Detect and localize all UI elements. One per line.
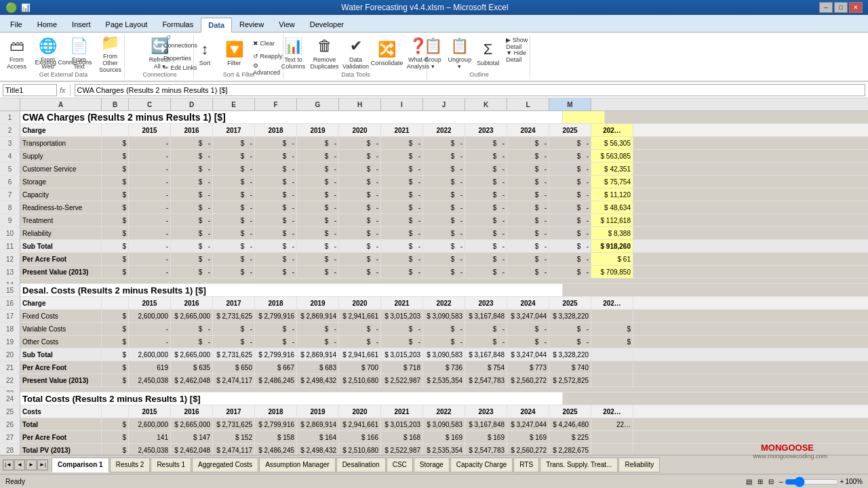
year-2015: 2015 bbox=[129, 124, 171, 136]
sheet-tab-results2[interactable]: Results 2 bbox=[110, 458, 151, 472]
window-controls[interactable]: – □ ✕ bbox=[819, 2, 863, 13]
from-access-btn[interactable]: 🗃 FromAccess bbox=[2, 36, 32, 71]
sheet-tabs-bar: |◄ ◄ ► ►| Comparison 1 Results 2 Results… bbox=[0, 455, 868, 474]
col-header-b[interactable]: B bbox=[102, 98, 129, 110]
col-header-l[interactable]: L bbox=[507, 98, 549, 110]
table-row: 28 Total PV (2013) $ 2,450,038 $ 2,462,0… bbox=[0, 444, 868, 455]
col-header-m[interactable]: M bbox=[549, 98, 591, 110]
tab-developer[interactable]: Developer bbox=[302, 17, 351, 32]
show-detail-btn[interactable]: ▶ Show Detail bbox=[502, 37, 537, 49]
sheet-tab-assumption[interactable]: Assumption Manager bbox=[259, 458, 336, 472]
tab-data[interactable]: Data bbox=[201, 18, 232, 33]
zoom-control[interactable]: – + 100% bbox=[779, 476, 863, 487]
col-header-i[interactable]: I bbox=[381, 98, 423, 110]
sheet-nav-last[interactable]: ►| bbox=[37, 460, 48, 470]
group-data-tools: 📊 Text toColumns 🗑 RemoveDuplicates ✔ Da… bbox=[285, 35, 427, 79]
tab-formulas[interactable]: Formulas bbox=[155, 17, 201, 32]
table-row: 16 Charge 2015 2016 2017 2018 2019 2020 … bbox=[0, 297, 868, 310]
filter-btn[interactable]: 🔽 Filter bbox=[220, 36, 248, 71]
year-2016: 2016 bbox=[171, 124, 213, 136]
table-row: 18 Variable Costs $ - $ - $ - $ - $ - $ … bbox=[0, 323, 868, 336]
data-validation-btn[interactable]: ✔ DataValidation bbox=[341, 36, 371, 71]
table-row: 20 Sub Total $ 2,600,000 $ 2,665,000 $ 2… bbox=[0, 348, 868, 361]
table-row: 2 Charge 2015 2016 2017 2018 2019 2020 2… bbox=[0, 124, 868, 137]
tab-file[interactable]: File bbox=[3, 17, 30, 32]
col-header-d[interactable]: D bbox=[171, 98, 213, 110]
zoom-in-icon[interactable]: + bbox=[840, 478, 844, 485]
window-title: Water Forecasting v4.4.xlsm – Microsoft … bbox=[31, 3, 819, 12]
consolidate-btn[interactable]: 🔀 Consolidate bbox=[372, 36, 402, 71]
app-icon: 📊 bbox=[21, 3, 31, 12]
remove-duplicates-btn[interactable]: 🗑 RemoveDuplicates bbox=[310, 36, 340, 71]
sheet-tab-storage[interactable]: Storage bbox=[414, 458, 450, 472]
tab-view[interactable]: View bbox=[271, 17, 302, 32]
row-num: 2 bbox=[0, 124, 20, 136]
sheet-tab-csc[interactable]: CSC bbox=[387, 458, 413, 472]
table-row: 11 Sub Total $ - $ - $ - $ - $ - $ - $ -… bbox=[0, 240, 868, 253]
sheet-tab-results1[interactable]: Results 1 bbox=[151, 458, 191, 472]
close-btn[interactable]: ✕ bbox=[849, 2, 863, 13]
col-header-f[interactable]: F bbox=[255, 98, 297, 110]
minimize-btn[interactable]: – bbox=[819, 2, 833, 13]
section2-title[interactable]: Desal. Costs (Results 2 minus Results 1)… bbox=[20, 284, 563, 296]
sheet-tab-nav[interactable]: |◄ ◄ ► ►| bbox=[3, 460, 48, 470]
year-2023: 2023 bbox=[465, 124, 507, 136]
sheet-tab-aggregated[interactable]: Aggregated Costs bbox=[192, 458, 258, 472]
hide-detail-btn[interactable]: ▼ Hide Detail bbox=[502, 50, 537, 62]
zoom-out-icon[interactable]: – bbox=[779, 478, 783, 485]
tab-home[interactable]: Home bbox=[30, 17, 64, 32]
sheet-tab-rts[interactable]: RTS bbox=[513, 458, 539, 472]
grid-body: 1 CWA Charges (Results 2 minus Results 1… bbox=[0, 111, 868, 455]
tab-review[interactable]: Review bbox=[232, 17, 271, 32]
view-page-break-icon[interactable]: ⊟ bbox=[768, 478, 774, 485]
tab-page-layout[interactable]: Page Layout bbox=[98, 17, 155, 32]
table-row: 25 Costs 2015 2016 2017 2018 2019 2020 2… bbox=[0, 405, 868, 418]
section3-title[interactable]: Total Costs (Results 2 minus Results 1) … bbox=[20, 392, 563, 405]
sheet-tab-reliability[interactable]: Reliability bbox=[618, 458, 660, 472]
title-bar: 🟢 📊 Water Forecasting v4.4.xlsm – Micros… bbox=[0, 0, 868, 15]
sheet-tab-capacity[interactable]: Capacity Charge bbox=[450, 458, 513, 472]
sheet-tab-trans[interactable]: Trans. Supply. Treat... bbox=[540, 458, 618, 472]
text-to-columns-btn[interactable]: 📊 Text toColumns bbox=[279, 36, 309, 71]
col-header-c[interactable]: C bbox=[129, 98, 171, 110]
sheet-nav-first[interactable]: |◄ bbox=[3, 460, 14, 470]
status-right: ▤ ⊞ ⊟ – + 100% bbox=[746, 476, 863, 487]
year-2022: 2022 bbox=[423, 124, 465, 136]
sheet-nav-prev[interactable]: ◄ bbox=[14, 460, 25, 470]
col-header-g[interactable]: G bbox=[297, 98, 339, 110]
group-connections: 🔄 RefreshAll ▾ 🔗 Connections ⚙ Propertie… bbox=[126, 35, 194, 79]
view-layout-icon[interactable]: ⊞ bbox=[757, 478, 763, 485]
existing-connections-btn[interactable]: Existing Connections bbox=[31, 56, 95, 68]
subtotal-btn[interactable]: Σ Subtotal bbox=[475, 36, 501, 71]
col-header-e[interactable]: E bbox=[213, 98, 255, 110]
section1-title[interactable]: CWA Charges (Results 2 minus Results 1) … bbox=[20, 111, 563, 123]
from-other-sources-btn[interactable]: 📁 From OtherSources bbox=[96, 36, 125, 71]
group-label-outline: Outline bbox=[469, 71, 489, 78]
tab-insert[interactable]: Insert bbox=[64, 17, 98, 32]
table-row: 12 Per Acre Foot $ - $ - $ - $ - $ - $ -… bbox=[0, 253, 868, 266]
column-headers: A B C D E F G H I J K L M bbox=[0, 98, 868, 111]
ungroup-btn[interactable]: 📋 Ungroup ▾ bbox=[446, 36, 474, 71]
status-text: Ready bbox=[5, 478, 25, 485]
fx-label: fx bbox=[60, 86, 66, 94]
col-header-k[interactable]: K bbox=[465, 98, 507, 110]
view-normal-icon[interactable]: ▤ bbox=[746, 478, 752, 485]
zoom-level: 100% bbox=[845, 478, 863, 485]
sheet-nav-next[interactable]: ► bbox=[26, 460, 37, 470]
year-2025: 2025 bbox=[549, 124, 591, 136]
sheet-tab-desal[interactable]: Desalination bbox=[336, 458, 386, 472]
sort-btn[interactable]: ↕ Sort bbox=[191, 36, 218, 71]
col-header-h[interactable]: H bbox=[339, 98, 381, 110]
group-btn[interactable]: 📋 Group ▾ bbox=[421, 36, 445, 71]
year-2024: 2024 bbox=[507, 124, 549, 136]
group-label-sort-filter: Sort & Filter bbox=[223, 71, 256, 78]
sheet-tab-comparison1[interactable]: Comparison 1 bbox=[52, 458, 109, 472]
col-header-a[interactable]: A bbox=[20, 98, 102, 110]
col-header-j[interactable]: J bbox=[423, 98, 465, 110]
name-box[interactable] bbox=[3, 84, 57, 96]
year-2017: 2017 bbox=[213, 124, 255, 136]
maximize-btn[interactable]: □ bbox=[834, 2, 848, 13]
year-2021: 2021 bbox=[381, 124, 423, 136]
zoom-slider[interactable] bbox=[785, 476, 839, 487]
table-row: 24 Total Costs (Results 2 minus Results … bbox=[0, 392, 868, 405]
